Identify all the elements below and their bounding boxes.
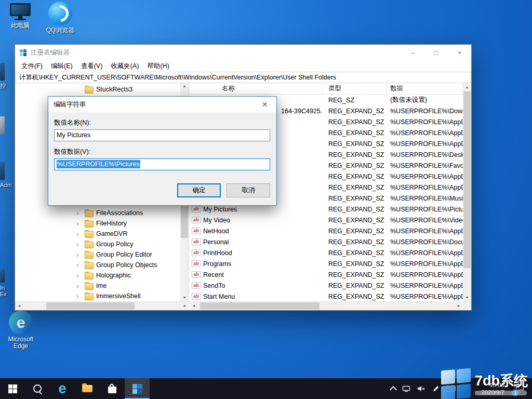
registry-value-row[interactable]: abPrintHoodREG_EXPAND_SZ%USERPROFILE%\Ap… [190,247,463,258]
tree-item[interactable]: ›Group Policy Objects [15,260,189,270]
scrollbar-thumb[interactable] [463,91,471,268]
tree-item[interactable]: ›FileHistory [15,218,189,229]
tree-item[interactable]: StuckRects3 [15,84,189,95]
scroll-right-icon[interactable]: ► [181,302,189,310]
search-button[interactable] [25,378,50,399]
scrollbar-thumb[interactable] [46,302,135,310]
regedit-icon [20,49,26,56]
taskbar-edge-button[interactable]: e [50,378,75,399]
tree-item[interactable]: ›GameDVR [15,229,189,239]
taskbar-file-explorer-button[interactable] [75,378,100,399]
value-name-cell: abMy Pictures [190,206,322,213]
partial-icon [0,63,5,81]
tree-item[interactable]: ›FileAssociations [15,208,189,218]
desktop-icon-qq-browser[interactable]: QQ浏览器 [44,2,76,34]
chevron-right-icon: › [76,229,84,238]
scroll-up-icon[interactable]: ▲ [463,83,471,91]
value-type: REG_EXPAND_SZ [322,108,387,115]
watermark-logo-icon [441,368,471,399]
value-type: REG_EXPAND_SZ [322,206,387,213]
ok-button[interactable]: 确定 [177,183,221,197]
scrollbar-thumb[interactable] [200,302,320,310]
string-value-icon: ab [192,206,201,212]
taskbar-regedit-button[interactable] [125,378,150,399]
value-type: REG_EXPAND_SZ [322,293,387,300]
menu-item-3[interactable]: 收藏夹(A) [107,62,143,71]
desktop-icon-label: QQ浏览器 [44,27,76,34]
value-type: REG_EXPAND_SZ [322,140,387,148]
menu-item-1[interactable]: 编辑(E) [47,62,77,71]
network-icon[interactable] [402,384,410,393]
registry-value-row[interactable]: abRecentREG_EXPAND_SZ%USERPROFILE%\AppDa… [190,269,463,280]
pen-icon[interactable] [432,384,440,393]
desktop-icon-partial-3[interactable]: Adm [0,162,12,188]
scroll-right-icon[interactable]: ► [455,302,463,310]
column-header-name[interactable]: 名称 [190,83,322,94]
scroll-down-icon[interactable]: ▼ [463,294,471,302]
value-data-label: 数值数据(V): [54,148,270,156]
menu-item-2[interactable]: 查看(V) [77,62,107,71]
scroll-up-icon[interactable]: ▲ [180,83,189,90]
tree-horizontal-scrollbar[interactable]: ◄ ► [15,301,189,310]
tray-expand-icon[interactable] [390,385,397,393]
dialog-titlebar[interactable]: 编辑字符串 ✕ [48,97,276,112]
scroll-left-icon[interactable]: ◄ [15,302,23,310]
value-name-cell: abPersonal [190,238,322,246]
registry-value-row[interactable]: abProgramsREG_EXPAND_SZ%USERPROFILE%\App… [190,258,463,269]
column-header-data[interactable]: 数据 [387,83,463,94]
registry-value-row[interactable]: abSendToREG_EXPAND_SZ%USERPROFILE%\AppDa… [190,280,463,291]
folder-icon [85,87,94,94]
tree-item[interactable]: ›ImmersiveShell [15,291,189,301]
desktop-icon-label: InEx [0,285,7,297]
value-type: REG_SZ [322,97,387,104]
desktop-icon-label: Adm [0,182,12,188]
dialog-close-icon[interactable]: ✕ [253,97,276,112]
minimize-button[interactable]: – [401,45,424,61]
list-horizontal-scrollbar[interactable]: ◄ ► [190,301,471,310]
address-bar[interactable]: 计算机\HKEY_CURRENT_USER\SOFTWARE\Microsoft… [16,72,471,83]
desktop-icon-label: 控 [0,83,6,89]
value-data: %USERPROFILE%\Docum... [387,238,463,246]
taskbar-store-button[interactable] [100,378,125,399]
desktop-icon-partial-4[interactable]: InEx [0,269,7,297]
tree-item[interactable]: ›ime [15,281,189,291]
desktop-icon-microsoft-edge[interactable]: e MicrosoftEdge [5,311,37,350]
desktop-icon-partial-2[interactable] [0,116,5,134]
value-data: %USERPROFILE%\Videos [387,217,463,224]
registry-value-row[interactable]: abMy VideoREG_EXPAND_SZ%USERPROFILE%\Vid… [190,215,463,225]
value-name: Personal [203,238,229,246]
scroll-left-icon[interactable]: ◄ [190,302,198,310]
list-vertical-scrollbar[interactable]: ▲ ▼ [463,83,471,302]
registry-value-row[interactable]: abStart MenuREG_EXPAND_SZ%USERPROFILE%\A… [190,291,463,302]
cancel-button[interactable]: 取消 [227,183,270,197]
desktop-icon-label: MicrosoftEdge [5,336,37,350]
value-type: REG_EXPAND_SZ [322,228,387,235]
value-data-input[interactable]: %USERPROFILE%\Pictures [54,158,270,170]
menu-item-0[interactable]: 文件(F) [17,62,47,71]
value-name-input[interactable]: My Pictures [54,129,270,141]
registry-value-row[interactable]: abNetHoodREG_EXPAND_SZ%USERPROFILE%\AppD… [190,225,463,236]
menu-item-4[interactable]: 帮助(H) [143,62,173,71]
maximize-button[interactable]: □ [424,45,448,61]
folder-icon [85,283,94,290]
registry-value-row[interactable]: abPersonalREG_EXPAND_SZ%USERPROFILE%\Doc… [190,236,463,247]
desktop-icon-this-pc[interactable]: 此电脑 [4,3,36,29]
value-type: REG_EXPAND_SZ [322,282,387,289]
tree-item[interactable]: ›Group Policy Editor [15,249,189,260]
close-button[interactable]: × [448,45,471,61]
column-header-type[interactable]: 类型 [322,83,387,94]
value-data: %USERPROFILE%\AppDa... [387,282,463,289]
value-name: SendTo [203,282,225,289]
tree-item[interactable]: ›Group Policy [15,239,189,249]
value-type: REG_EXPAND_SZ [322,162,387,169]
volume-muted-icon[interactable] [417,384,425,393]
scroll-down-icon[interactable]: ▼ [180,294,189,302]
window-title: 注册表编辑器 [31,48,401,57]
start-button[interactable] [0,378,25,399]
value-name-cell: abStart Menu [190,293,322,300]
tree-item[interactable]: ›Holographic [15,270,189,281]
desktop-icon-partial-1[interactable]: 控 [0,63,6,89]
value-name: Recent [203,271,224,278]
value-name: My Video [203,217,230,224]
window-titlebar[interactable]: 注册表编辑器 – □ × [15,45,471,61]
